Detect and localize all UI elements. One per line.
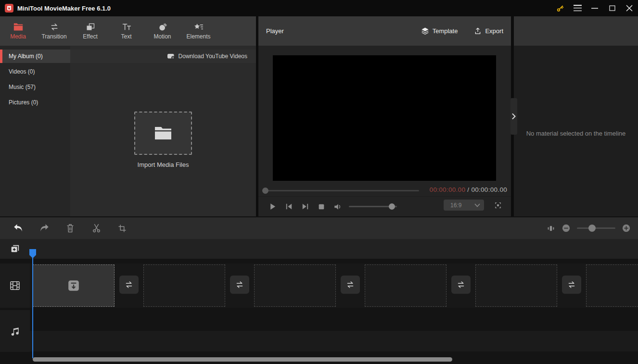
add-to-timeline-icon[interactable] bbox=[9, 242, 21, 255]
panel-collapse-handle[interactable] bbox=[510, 98, 517, 135]
import-media-dropzone[interactable] bbox=[134, 112, 192, 155]
effect-squares-icon bbox=[86, 23, 95, 31]
nav-tab-label: Media bbox=[10, 33, 26, 40]
close-button[interactable] bbox=[621, 0, 638, 16]
player-header: Player Template Export bbox=[258, 16, 511, 46]
music-track-icon bbox=[10, 326, 20, 337]
split-scissors-icon[interactable] bbox=[91, 224, 101, 233]
main-nav: Media Transition Effect Text Motion bbox=[0, 16, 256, 46]
transition-slot[interactable] bbox=[230, 276, 249, 294]
minimize-button[interactable] bbox=[586, 0, 603, 16]
nav-tab-motion[interactable]: Motion bbox=[144, 16, 180, 46]
transition-swap-icon bbox=[235, 281, 244, 289]
timeline-clip-slot[interactable] bbox=[365, 264, 447, 307]
import-folder-icon bbox=[154, 126, 172, 140]
sidebar-item-label: Pictures (0) bbox=[9, 99, 38, 106]
nav-tab-elements[interactable]: Elements bbox=[180, 16, 217, 46]
sidebar-item-music[interactable]: Music (57) bbox=[0, 80, 70, 94]
timeline-zoom-slider[interactable] bbox=[577, 227, 615, 229]
inspector-header bbox=[514, 16, 638, 46]
nav-tab-label: Transition bbox=[41, 33, 66, 40]
zoom-in-icon[interactable] bbox=[622, 224, 630, 232]
nav-tab-effect[interactable]: Effect bbox=[72, 16, 108, 46]
timeline-clip-slot[interactable] bbox=[254, 264, 336, 307]
transition-slot[interactable] bbox=[562, 276, 581, 294]
import-media-label: Import Media Files bbox=[70, 161, 256, 168]
play-button[interactable] bbox=[264, 200, 281, 214]
stop-button[interactable] bbox=[313, 200, 330, 214]
nav-tab-label: Effect bbox=[83, 33, 97, 40]
zoom-out-icon[interactable] bbox=[562, 224, 570, 232]
time-display: 00:00:00.00 / 00:00:00.00 bbox=[430, 186, 507, 193]
trash-icon[interactable] bbox=[65, 224, 75, 233]
template-button[interactable]: Template bbox=[421, 27, 458, 35]
collapse-chevron-icon bbox=[512, 113, 516, 119]
seek-bar[interactable]: 00:00:00.00 / 00:00:00.00 bbox=[258, 186, 511, 195]
seek-track[interactable] bbox=[262, 190, 419, 191]
main-area: Media Transition Effect Text Motion bbox=[0, 16, 638, 216]
total-time: 00:00:00.00 bbox=[471, 186, 507, 193]
player-panel-title: Player bbox=[266, 27, 284, 35]
transition-slot[interactable] bbox=[451, 276, 471, 294]
export-button-label: Export bbox=[485, 27, 503, 35]
player-panel: Player Template Export 00:00:00.00 / 00:… bbox=[258, 16, 511, 216]
library-sidebar: My Album (0) Videos (0) Music (57) Pictu… bbox=[0, 46, 70, 216]
inspector-panel: No material selected on the timeline bbox=[514, 16, 638, 216]
title-bar: MiniTool MovieMaker Free 6.1.0 bbox=[0, 0, 638, 16]
music-track[interactable] bbox=[30, 331, 638, 351]
youtube-download-icon bbox=[167, 53, 175, 60]
fullscreen-button[interactable] bbox=[492, 200, 504, 211]
timeline-area bbox=[0, 239, 638, 364]
transition-slot[interactable] bbox=[119, 276, 139, 294]
timeline-clip-slot[interactable] bbox=[475, 264, 557, 307]
video-track-header bbox=[0, 264, 30, 308]
sidebar-item-videos[interactable]: Videos (0) bbox=[0, 65, 70, 78]
next-frame-button[interactable] bbox=[297, 200, 313, 214]
volume-knob[interactable] bbox=[389, 203, 395, 210]
redo-button[interactable] bbox=[39, 224, 49, 233]
text-tt-icon bbox=[122, 23, 131, 31]
nav-tab-text[interactable]: Text bbox=[108, 16, 144, 46]
crop-icon[interactable] bbox=[117, 224, 127, 233]
sidebar-item-label: My Album (0) bbox=[9, 53, 43, 60]
inspector-empty-message: No material selected on the timeline bbox=[514, 130, 638, 137]
aspect-ratio-value: 16:9 bbox=[450, 202, 461, 209]
timeline-clip-slot[interactable] bbox=[143, 264, 225, 307]
license-key-icon[interactable] bbox=[551, 0, 569, 16]
transition-swap-icon bbox=[456, 281, 466, 289]
download-youtube-label: Download YouTube Videos bbox=[179, 53, 247, 60]
video-track[interactable] bbox=[30, 264, 638, 308]
app-window: MiniTool MovieMaker Free 6.1.0 bbox=[0, 0, 638, 364]
aspect-ratio-select[interactable]: 16:9 bbox=[444, 200, 484, 211]
undo-button[interactable] bbox=[13, 224, 23, 233]
maximize-button[interactable] bbox=[603, 0, 621, 16]
timeline-horizontal-scrollbar[interactable] bbox=[33, 357, 452, 362]
playhead-line[interactable] bbox=[32, 249, 33, 358]
nav-tab-transition[interactable]: Transition bbox=[36, 16, 72, 46]
template-layers-icon bbox=[421, 27, 429, 35]
nav-tab-media[interactable]: Media bbox=[0, 16, 36, 46]
previous-frame-button[interactable] bbox=[281, 200, 297, 214]
template-button-label: Template bbox=[433, 27, 458, 35]
export-button[interactable]: Export bbox=[474, 27, 503, 35]
hamburger-menu-icon[interactable] bbox=[569, 0, 586, 16]
volume-slider[interactable] bbox=[349, 206, 397, 207]
timeline-zoom-controls bbox=[547, 224, 638, 232]
timeline-zoom-knob[interactable] bbox=[588, 225, 596, 232]
transition-swap-icon bbox=[345, 281, 355, 289]
transition-slot[interactable] bbox=[341, 276, 360, 294]
transition-swap-icon bbox=[124, 281, 134, 289]
fit-timeline-icon[interactable] bbox=[547, 225, 555, 232]
clip-download-icon bbox=[67, 279, 80, 292]
sidebar-item-my-album[interactable]: My Album (0) bbox=[0, 50, 70, 63]
timeline-clip-slot[interactable] bbox=[586, 264, 638, 307]
download-youtube-button[interactable]: Download YouTube Videos bbox=[70, 50, 256, 63]
nav-tab-label: Elements bbox=[186, 33, 210, 40]
seek-knob[interactable] bbox=[262, 188, 268, 194]
elements-star-icon bbox=[194, 23, 204, 31]
volume-speaker-icon[interactable] bbox=[330, 200, 346, 214]
timeline-clip-slot[interactable] bbox=[33, 264, 115, 307]
timeline-ruler[interactable] bbox=[0, 239, 638, 259]
sidebar-item-pictures[interactable]: Pictures (0) bbox=[0, 96, 70, 109]
transition-arrows-icon bbox=[50, 23, 59, 31]
